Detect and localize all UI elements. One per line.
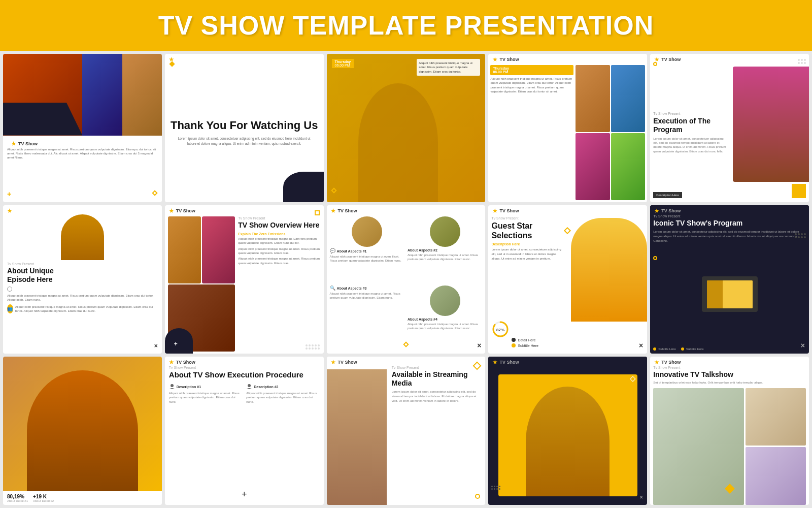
slide-6-brand [3, 205, 162, 214]
slide-10-content: Tv Show Present Iconic TV Show's Program… [650, 214, 809, 345]
slide-4-time: 06.00 PM [493, 70, 508, 74]
slide-10-dots [795, 233, 806, 238]
slide-8-text1: Aliquot nibh praesent tristique magna ut… [330, 255, 404, 263]
magnifier-icon: 🔍 [330, 285, 335, 291]
slide-14: TV Show × [488, 357, 647, 505]
slide-4-body: Aliquot nibh praesent tristique magna ut… [490, 77, 573, 94]
slide-8-ph1 [352, 216, 382, 247]
slide-15-side-phs [746, 388, 806, 505]
slide-15-body: Set of templaribus orlet este hako hako.… [653, 380, 806, 385]
slide-8-label3: 🔍 About Aspects #3 [330, 285, 404, 291]
slide-12-desc-cols: Description #1 Aliquot nibh praesent tri… [169, 384, 320, 502]
slide-11-stats-row: 80,19% About Detail #1 +19 K About Detai… [7, 494, 158, 502]
slide-8-aspects-grid: 💬 About Aspects #1 Aliquot nibh praesent… [327, 214, 486, 354]
dot14-5 [491, 488, 493, 490]
slide-1: TV Show Aliquot nibh praesent tristique … [3, 54, 162, 202]
slide-6-body1: Aliquot nibh praesent tristique magna ut… [7, 294, 158, 302]
slide-7-text-col: Tv Show Present TV Show Overview Here Ex… [238, 216, 320, 352]
slide-3-diamond [332, 185, 336, 195]
slide-5-circle [653, 59, 657, 68]
slide-15-brand: TV Show [650, 357, 809, 366]
slide-8-aspect2: About Aspects #2 Aliquot nibh praesent t… [408, 216, 482, 282]
slide-3-day-badge: Thursday 06.00 PM [332, 59, 354, 68]
laptop-person [707, 280, 723, 308]
brand-icon-10 [654, 208, 659, 213]
slide-4-content: Thursday 06.00 PM Aliquot nibh praesent … [488, 63, 647, 202]
slide-1-diamond [153, 188, 157, 197]
slide-11-stat1: 80,19% About Detail #1 [7, 494, 28, 502]
d5 [795, 236, 797, 238]
progress-text: 87% [496, 328, 504, 332]
dot-1 [798, 59, 800, 61]
slide-11-stat2: +19 K About Detail #2 [33, 494, 54, 502]
slide-7-ph2 [202, 216, 235, 283]
slide-6-sub: Tv Show Present [7, 262, 158, 266]
slide-14-person [526, 387, 610, 496]
slide-14-content [488, 366, 647, 505]
slide-10-title: Iconic TV Show's Program [653, 219, 806, 228]
slide-8-diamond [404, 339, 408, 348]
slide-4-day: Thursday [493, 67, 509, 70]
aspect1-text: About Aspects #1 [337, 249, 367, 253]
d4 [315, 344, 317, 346]
slide-8-brand: TV Show [327, 205, 486, 214]
slide-9-brand-text: TV Show [499, 208, 519, 213]
slide-8-aspect1: 💬 About Aspects #1 Aliquot nibh praesent… [330, 216, 404, 282]
page-header: TV SHOW TEMPLATE PRESENTATION [0, 0, 812, 51]
slide-9-title: Guest Star Selections [491, 221, 564, 240]
d10 [318, 347, 320, 350]
slide-12-plus: + [242, 489, 247, 500]
brand-icon-14 [492, 360, 497, 365]
slide-12-desc2-header: Description #2 [246, 384, 319, 390]
slide-4-ph1 [576, 65, 610, 132]
sub-dot-2 [681, 347, 684, 351]
slide-8: TV Show 💬 About Aspects #1 Aliquot nibh … [327, 205, 486, 354]
desc2-label: Description #2 [254, 385, 278, 389]
slide-2: Thank You For Watching Us Lorem ipsum do… [165, 54, 324, 202]
slide-9-subtitle1: Subtitle Here [512, 343, 538, 347]
slide-5-sub: Tv Show Present [653, 112, 726, 115]
sub1-text: Subtitle Here [658, 347, 676, 351]
slide-6-users-icon: 👥 [7, 304, 13, 313]
diamond-icon [152, 190, 157, 196]
slide-9-detail-items: Detail Here Subtitle Here [512, 338, 538, 347]
slide-6-x-mark: × [154, 342, 158, 350]
slide-9-x-mark: × [639, 341, 643, 350]
dot14-8 [499, 488, 500, 490]
dot14-3 [496, 486, 498, 487]
diamond-icon-3 [331, 187, 336, 193]
dot14-4 [499, 486, 500, 487]
brand-icon-4 [492, 57, 497, 62]
slide-13-body: Lorem ipsum dolor sit amet, consectetur … [392, 390, 483, 403]
slide-8-brand-text: TV Show [338, 208, 357, 213]
slide-3-photo [327, 54, 486, 202]
slide-10-sub1: Subtitle Here [653, 347, 676, 351]
d5 [318, 344, 320, 346]
slide-4-photos [576, 65, 645, 200]
slide-6-text: Tv Show Present About UniqueEpisode Here… [3, 260, 162, 315]
slide-12: TV Show Tv Show Present About TV Show Ex… [165, 357, 324, 505]
slide-7-dark-blob [165, 328, 193, 354]
slide-4-ph4 [611, 133, 646, 200]
slide-14-dots [491, 486, 500, 490]
slide-1-text: TV Show Aliquot nibh praesent tristique … [3, 136, 162, 202]
slide-7-body3: Aliquot nibh praesent tristique magna ut… [238, 257, 320, 265]
slide-12-title: About TV Show Execution Procedure [169, 370, 320, 379]
laptop-bg [723, 280, 753, 308]
circle-icon-5 [653, 62, 657, 66]
person-icon-12b [246, 384, 252, 390]
slide-9-body: Lorem ipsum dolor ut amet, consectetuer … [491, 247, 564, 261]
slide-9-photo [571, 218, 647, 322]
slide-7-sub: Tv Show Present [238, 216, 320, 220]
slide-7-dots [306, 344, 320, 350]
brand-icon-8 [331, 208, 336, 213]
slide-14-diamond [630, 376, 635, 382]
slide-6-refresh-row [7, 287, 158, 292]
slide-7-deco-sq [315, 210, 320, 215]
slide-15-brand-text: TV Show [661, 360, 681, 365]
slide-9-brand: TV Show [488, 205, 647, 214]
slide-8-ph2 [430, 216, 460, 247]
monitor-icon: 💬 [330, 248, 335, 253]
dot14-1 [491, 486, 493, 487]
person-icon-12 [169, 384, 175, 390]
